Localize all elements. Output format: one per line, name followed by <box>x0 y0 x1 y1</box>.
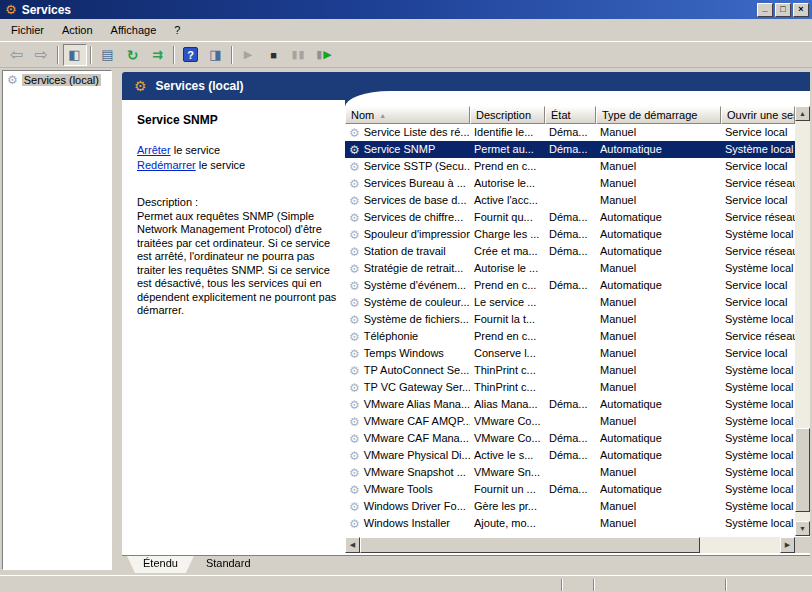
table-row[interactable]: ⚙ Windows Driver Fo... Gère les pr... Ma… <box>345 498 795 515</box>
menu-bar: Fichier Action Affichage ? <box>0 19 812 42</box>
table-row[interactable]: ⚙ Téléphonie Prend en c... Manuel Servic… <box>345 328 795 345</box>
col-nom[interactable]: Nom▲ <box>345 106 470 124</box>
table-row[interactable]: ⚙ Système d'événem... Prend en c... Déma… <box>345 277 795 294</box>
service-gear-icon: ⚙ <box>349 467 360 479</box>
horizontal-scroll-thumb[interactable] <box>360 537 700 553</box>
service-description-cell: Prend en c... <box>470 328 545 345</box>
table-row[interactable]: ⚙ Stratégie de retrait... Autorise le ..… <box>345 260 795 277</box>
table-row[interactable]: ⚙ Système de couleur... Le service ... M… <box>345 294 795 311</box>
service-name-cell: Windows Installer <box>364 515 450 532</box>
help-button[interactable]: ? <box>179 44 203 66</box>
table-row[interactable]: ⚙ Services de base d... Active l'acc... … <box>345 192 795 209</box>
forward-button[interactable]: ⇨ <box>30 44 54 66</box>
tab-etendu[interactable]: Étendu <box>127 556 194 573</box>
service-description-cell: Fournit un ... <box>470 481 545 498</box>
menu-affichage[interactable]: Affichage <box>102 20 166 40</box>
menu-fichier[interactable]: Fichier <box>2 20 53 40</box>
table-header: Nom▲ Description État Type de démarrage … <box>345 106 795 124</box>
vertical-scroll-thumb[interactable] <box>795 428 810 512</box>
sep[interactable] <box>229 45 236 65</box>
window-title: Services <box>22 3 755 17</box>
sep[interactable] <box>55 45 62 65</box>
service-status-cell <box>545 311 596 328</box>
service-status-cell <box>545 413 596 430</box>
table-row[interactable]: ⚙ VMware CAF AMQP... VMware Co... Manuel… <box>345 413 795 430</box>
table-row[interactable]: ⚙ Services Bureau à ... Autorise le... M… <box>345 175 795 192</box>
table-row[interactable]: ⚙ Services de chiffre... Fournit qu... D… <box>345 209 795 226</box>
service-gear-icon: ⚙ <box>349 331 360 343</box>
menu-action[interactable]: Action <box>53 20 102 40</box>
menu-aide[interactable]: ? <box>165 20 189 40</box>
service-logon-as-cell: Système local <box>721 447 795 464</box>
table-row[interactable]: ⚙ Service Liste des ré... Identifie le..… <box>345 124 795 141</box>
service-startup-type-cell: Manuel <box>596 362 721 379</box>
service-startup-type-cell: Manuel <box>596 175 721 192</box>
show-hide-action-pane-button[interactable]: ◨ <box>204 44 228 66</box>
table-row[interactable]: ⚙ Service SSTP (Secu... Prend en c... Ma… <box>345 158 795 175</box>
tree-item-label: Services (local) <box>22 74 101 86</box>
description-text: Permet aux requêtes SNMP (Simple Network… <box>137 210 339 318</box>
tree-item-services-local[interactable]: ⚙ Services (local) <box>3 71 111 88</box>
service-name-cell: Spouleur d'impression <box>364 226 470 243</box>
services-list-panel: Nom▲ Description État Type de démarrage … <box>345 91 810 555</box>
table-row[interactable]: ⚙ VMware Tools Fournit un ... Déma... Au… <box>345 481 795 498</box>
table-row[interactable]: ⚙ Service SNMP Permet au... Déma... Auto… <box>345 141 795 158</box>
selected-service-name: Service SNMP <box>137 113 337 127</box>
scroll-right-icon[interactable]: ▶ <box>780 537 795 553</box>
back-button[interactable]: ⇦ <box>5 44 29 66</box>
service-gear-icon: ⚙ <box>349 246 360 258</box>
maximize-button[interactable]: □ <box>775 3 791 17</box>
scroll-down-icon[interactable]: ▼ <box>795 521 810 536</box>
title-bar: ⚙ Services _ □ × <box>0 0 812 19</box>
export-list-button[interactable]: ⇉ <box>146 44 170 66</box>
col-ouvrir[interactable]: Ouvrir une sess <box>721 106 795 124</box>
service-logon-as-cell: Service local <box>721 294 795 311</box>
service-gear-icon: ⚙ <box>349 433 360 445</box>
horizontal-scrollbar[interactable]: ◀ ▶ <box>345 537 795 553</box>
service-logon-as-cell: Service réseau <box>721 209 795 226</box>
service-status-cell: Déma... <box>545 447 596 464</box>
service-description-cell: Gère les pr... <box>470 498 545 515</box>
table-row[interactable]: ⚙ TP VC Gateway Ser... ThinPrint c... Ma… <box>345 379 795 396</box>
table-row[interactable]: ⚙ TP AutoConnect Se... ThinPrint c... Ma… <box>345 362 795 379</box>
service-gear-icon: ⚙ <box>349 212 360 224</box>
refresh-button[interactable]: ↻ <box>121 44 145 66</box>
table-row[interactable]: ⚙ Temps Windows Conserve l... Manuel Ser… <box>345 345 795 362</box>
tab-standard[interactable]: Standard <box>190 556 267 573</box>
close-button[interactable]: × <box>793 3 809 17</box>
service-status-cell <box>545 464 596 481</box>
table-row[interactable]: ⚙ Windows Installer Ajoute, mo... Manuel… <box>345 515 795 532</box>
col-type[interactable]: Type de démarrage <box>596 106 721 124</box>
scroll-left-icon[interactable]: ◀ <box>345 537 360 553</box>
status-bar <box>0 575 812 592</box>
service-status-cell: Déma... <box>545 141 596 158</box>
minimize-button[interactable]: _ <box>757 3 773 17</box>
table-row[interactable]: ⚙ VMware Physical Di... Active le s... D… <box>345 447 795 464</box>
table-row[interactable]: ⚙ VMware CAF Mana... VMware Co... Déma..… <box>345 430 795 447</box>
stop-service-button[interactable]: ■ <box>262 44 286 66</box>
pause-service-button[interactable]: ▮▮ <box>287 44 311 66</box>
console-tree: ⚙ Services (local) <box>2 70 112 570</box>
service-gear-icon: ⚙ <box>349 348 360 360</box>
service-name-cell: VMware CAF Mana... <box>364 430 469 447</box>
table-row[interactable]: ⚙ Station de travail Crée et ma... Déma.… <box>345 243 795 260</box>
sep[interactable] <box>171 45 178 65</box>
show-hide-console-tree-button[interactable]: ◧ <box>63 44 87 66</box>
table-row[interactable]: ⚙ VMware Alias Mana... Alias Mana... Dém… <box>345 396 795 413</box>
table-row[interactable]: ⚙ VMware Snapshot ... VMware Sn... Manue… <box>345 464 795 481</box>
service-gear-icon: ⚙ <box>349 314 360 326</box>
vertical-scrollbar[interactable]: ▲ ▼ <box>795 106 810 536</box>
start-service-button[interactable]: ▶ <box>237 44 261 66</box>
sep[interactable] <box>88 45 95 65</box>
service-logon-as-cell: Système local <box>721 464 795 481</box>
scroll-up-icon[interactable]: ▲ <box>795 106 810 121</box>
table-row[interactable]: ⚙ Système de fichiers... Fournit la t...… <box>345 311 795 328</box>
properties-button[interactable]: ▤ <box>96 44 120 66</box>
service-name-cell: Stratégie de retrait... <box>364 260 464 277</box>
service-name-cell: Service SNMP <box>364 141 436 158</box>
col-etat[interactable]: État <box>545 106 596 124</box>
restart-service-button[interactable]: ▮▶ <box>312 44 336 66</box>
table-row[interactable]: ⚙ Spouleur d'impression Charge les ... D… <box>345 226 795 243</box>
col-description[interactable]: Description <box>470 106 545 124</box>
service-startup-type-cell: Manuel <box>596 498 721 515</box>
